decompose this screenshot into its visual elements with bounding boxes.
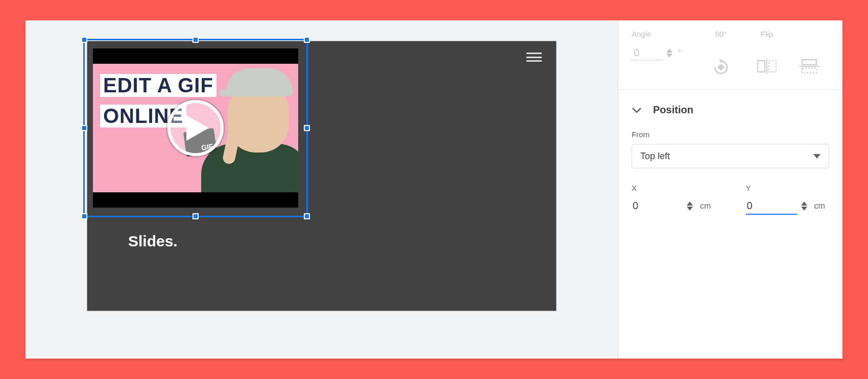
svg-marker-13 (687, 207, 693, 211)
svg-marker-1 (666, 48, 672, 53)
app-window: Slides. EDIT A GIF ONLINE GIF (26, 20, 842, 359)
resize-handle-top-right[interactable] (304, 37, 310, 43)
stepper-up-icon (687, 201, 693, 206)
stepper-up-icon (801, 201, 807, 206)
stepper-down-icon (687, 207, 693, 211)
svg-rect-8 (802, 60, 816, 65)
video-thumbnail: EDIT A GIF ONLINE GIF (93, 48, 298, 208)
svg-rect-9 (802, 68, 816, 73)
chevron-down-icon (632, 107, 642, 113)
slide-canvas-area: Slides. EDIT A GIF ONLINE GIF (26, 20, 618, 359)
slide-hamburger-icon[interactable] (526, 53, 542, 62)
format-sidebar: Angle ° 90° (618, 20, 842, 359)
dropdown-caret-icon (813, 154, 821, 159)
play-button[interactable] (167, 100, 224, 156)
svg-rect-6 (769, 61, 776, 72)
from-value: Top left (640, 151, 670, 162)
flip-label: Flip (761, 30, 773, 38)
resize-handle-top-left[interactable] (81, 37, 87, 43)
flip-spacer (808, 30, 810, 38)
resize-handle-bottom-left[interactable] (81, 213, 87, 219)
position-title: Position (653, 104, 693, 116)
svg-marker-0 (186, 115, 209, 141)
svg-rect-5 (758, 61, 765, 72)
svg-rect-4 (717, 64, 725, 71)
angle-label: Angle (632, 30, 651, 38)
svg-marker-12 (687, 201, 693, 206)
stepper-down-icon (666, 54, 672, 58)
flip-horizontal-button[interactable] (757, 59, 777, 74)
selected-video-object[interactable]: EDIT A GIF ONLINE GIF (83, 39, 308, 217)
svg-marker-11 (813, 154, 821, 159)
x-label: X (632, 184, 715, 192)
y-input[interactable] (746, 197, 797, 215)
stepper-up-icon (666, 48, 672, 53)
play-icon (186, 115, 209, 141)
y-stepper[interactable] (801, 201, 807, 211)
x-stepper[interactable] (687, 201, 693, 211)
svg-marker-14 (801, 201, 807, 206)
resize-handle-bottom-mid[interactable] (192, 213, 199, 219)
flip-vertical-button[interactable] (799, 59, 819, 74)
svg-marker-2 (666, 54, 672, 58)
rotate-90-label: 90° (715, 30, 727, 38)
angle-input[interactable] (632, 45, 663, 61)
resize-handle-top-mid[interactable] (192, 37, 199, 43)
x-input[interactable] (632, 197, 683, 215)
flip-vertical-icon (799, 59, 819, 74)
degree-symbol: ° (678, 48, 681, 59)
y-label: Y (746, 184, 830, 192)
from-select[interactable]: Top left (632, 144, 829, 168)
slide-text: Slides. (128, 233, 178, 250)
resize-handle-mid-right[interactable] (304, 125, 310, 131)
position-section-body: From Top left X cm (618, 130, 842, 215)
y-unit: cm (814, 201, 825, 211)
slide[interactable]: Slides. EDIT A GIF ONLINE GIF (87, 41, 557, 311)
rotate-90-button[interactable] (712, 59, 730, 76)
resize-handle-mid-left[interactable] (81, 125, 87, 131)
angle-stepper[interactable] (666, 48, 672, 58)
from-label: From (632, 130, 829, 139)
resize-handle-bottom-right[interactable] (304, 213, 310, 219)
svg-marker-15 (801, 207, 807, 211)
rotate-90-icon (712, 59, 730, 76)
position-section-header[interactable]: Position (618, 90, 842, 130)
x-unit: cm (700, 201, 711, 211)
rotate-section: Angle ° 90° (618, 20, 842, 89)
stepper-down-icon (801, 207, 807, 211)
flip-horizontal-icon (757, 59, 777, 74)
